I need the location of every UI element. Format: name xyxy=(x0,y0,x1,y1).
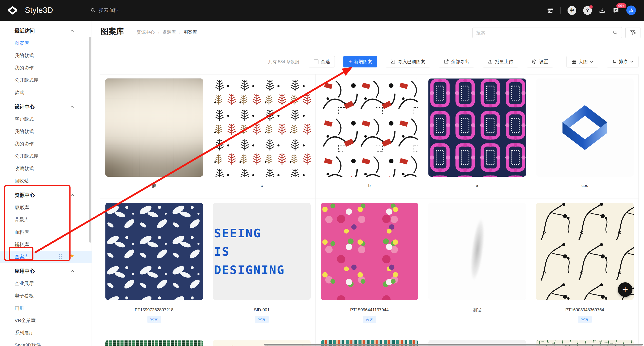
sidebar-item-3-5[interactable]: Style3D软件 xyxy=(0,339,92,346)
horizontal-scrollbar[interactable] xyxy=(264,344,643,345)
chevron-down-icon xyxy=(630,61,633,63)
sid-design-text: DESIGNING xyxy=(214,264,311,276)
sidebar-section-1[interactable]: 设计中心 xyxy=(0,101,92,113)
pattern-grid: 麻 c b a xyxy=(100,74,638,346)
sidebar-item-label: 廓形库 xyxy=(15,204,29,211)
settings-button[interactable]: 设置 xyxy=(527,56,553,67)
import-purchased-button[interactable]: 导入已购图案 xyxy=(386,56,430,67)
sidebar-item-1-5[interactable]: 回收站 xyxy=(0,175,92,187)
pattern-card[interactable]: c xyxy=(208,74,316,199)
pattern-card[interactable]: SEEINGISDESIGNINGSID-001官方 xyxy=(208,199,316,336)
language-icon[interactable]: 中 xyxy=(568,6,576,15)
pattern-card[interactable]: 麻 xyxy=(100,74,208,199)
pattern-thumbnail-linen-texture[interactable] xyxy=(105,79,203,177)
sidebar-item-2-0[interactable]: 廓形库 xyxy=(0,201,92,214)
sidebar-item-label: 图案库 xyxy=(15,254,29,260)
pattern-thumbnail-multicolor-floral-pattern[interactable] xyxy=(321,203,418,300)
upload-icon xyxy=(488,59,493,64)
breadcrumb: 资源中心›资源库›图案库 xyxy=(137,29,197,35)
download-icon[interactable] xyxy=(599,7,606,14)
navbar-fabric-search[interactable]: 搜索面料 xyxy=(90,7,118,14)
pattern-card[interactable] xyxy=(100,336,208,346)
messages-icon[interactable]: 99+ xyxy=(612,7,620,14)
pattern-card[interactable]: a xyxy=(423,74,531,199)
sidebar-item-label: 我的款式 xyxy=(15,52,34,59)
breadcrumb-item[interactable]: 资源库 xyxy=(162,29,176,35)
app-logo[interactable]: Style3D xyxy=(8,5,53,15)
pattern-thumbnail-style3d-logo[interactable] xyxy=(536,79,634,177)
search-input[interactable]: 搜索 xyxy=(472,27,622,38)
sidebar-section-0[interactable]: 最近访问 xyxy=(0,25,92,37)
export-all-button[interactable]: 全部导出 xyxy=(439,56,474,67)
sort-dropdown[interactable]: 排序 xyxy=(607,56,638,67)
pattern-thumbnail-green-ikat-pattern[interactable] xyxy=(105,340,203,346)
sidebar-item-label: 辅料库 xyxy=(15,241,29,248)
floating-add-button[interactable]: + xyxy=(618,282,632,297)
pattern-card[interactable]: ces xyxy=(531,74,639,199)
sidebar-scrollbar[interactable] xyxy=(89,37,91,243)
pattern-thumbnail-faint-brush-stroke[interactable] xyxy=(428,203,526,300)
sidebar-item-1-4[interactable]: 收藏款式 xyxy=(0,162,92,175)
pattern-card[interactable]: PT16003948369764官方 xyxy=(531,199,639,336)
navbar-search-placeholder: 搜索面料 xyxy=(99,7,118,14)
pattern-card[interactable]: PT15997262807218官方 xyxy=(100,199,208,336)
pattern-thumbnail-tree-doodle-pattern[interactable] xyxy=(213,79,311,177)
sidebar-item-3-1[interactable]: 电子看板 xyxy=(0,290,92,302)
sidebar-item-1-2[interactable]: 我的协作 xyxy=(0,138,92,150)
pattern-thumbnail-navy-floral-pattern[interactable] xyxy=(105,203,203,300)
pattern-card[interactable]: PT15996441197944官方 xyxy=(316,199,423,336)
sidebar-item-0-1[interactable]: 我的款式 xyxy=(0,49,92,62)
sidebar-section-title: 最近访问 xyxy=(15,27,35,34)
sidebar-item-label: Style3D软件 xyxy=(15,342,41,346)
select-all-checkbox[interactable] xyxy=(314,59,318,64)
sidebar-item-3-4[interactable]: 系列展厅 xyxy=(0,327,92,339)
sidebar-item-1-0[interactable]: 客户款式 xyxy=(0,113,92,125)
filter-button[interactable] xyxy=(625,27,640,38)
add-pattern-button[interactable]: + 新增图案 xyxy=(343,56,377,67)
message-count-badge: 99+ xyxy=(616,3,626,8)
drag-handle-icon[interactable] xyxy=(59,254,62,259)
sidebar-item-2-4[interactable]: 图案库★ xyxy=(0,251,92,263)
pattern-card[interactable]: 测试 xyxy=(423,199,531,336)
chevron-up-icon xyxy=(70,270,74,272)
sidebar-item-label: 面料库 xyxy=(15,229,29,236)
logo-text: Style3D xyxy=(25,6,53,15)
sidebar-item-2-1[interactable]: 背景库 xyxy=(0,214,92,226)
pattern-thumbnail-seeing-text-design[interactable]: SEEINGISDESIGNING xyxy=(213,203,311,300)
sidebar-item-3-2[interactable]: 画册 xyxy=(0,302,92,314)
help-icon[interactable]: ? xyxy=(583,6,592,15)
sidebar-item-label: 客户款式 xyxy=(15,116,34,123)
sidebar-item-0-0[interactable]: 图案库 xyxy=(0,37,92,49)
sidebar-item-1-1[interactable]: 我的款式 xyxy=(0,125,92,138)
sidebar-item-label: 公开款式库 xyxy=(15,153,38,160)
store-icon[interactable] xyxy=(547,7,554,14)
breadcrumb-item[interactable]: 资源中心 xyxy=(137,29,155,35)
record-count: 共有 584 条数据 xyxy=(268,59,299,65)
sidebar-item-0-3[interactable]: 公开款式库 xyxy=(0,74,92,86)
sidebar-item-2-2[interactable]: 面料库 xyxy=(0,226,92,238)
sidebar-item-label: 系列展厅 xyxy=(15,330,34,336)
sidebar: 最近访问图案库我的款式我的协作公开款式库款式设计中心客户款式我的款式我的协作公开… xyxy=(0,21,92,346)
sidebar-item-2-3[interactable]: 辅料库 xyxy=(0,238,92,251)
sidebar-item-0-4[interactable]: 款式 xyxy=(0,86,92,99)
sidebar-item-label: 电子看板 xyxy=(15,293,34,299)
sidebar-section-3[interactable]: 应用中心 xyxy=(0,265,92,277)
sidebar-item-3-3[interactable]: VR全景室 xyxy=(0,314,92,327)
favorite-star-icon[interactable]: ★ xyxy=(69,253,74,259)
pattern-thumbnail-pink-chain-pattern[interactable] xyxy=(428,79,526,177)
sidebar-item-1-3[interactable]: 公开款式库 xyxy=(0,150,92,162)
select-all-button[interactable]: 全选 xyxy=(309,56,335,67)
batch-upload-button[interactable]: 批量上传 xyxy=(483,56,518,67)
official-badge: 官方 xyxy=(363,316,376,323)
sidebar-item-0-2[interactable]: 我的协作 xyxy=(0,62,92,74)
view-mode-dropdown[interactable]: 大图 xyxy=(567,56,598,67)
sidebar-section-2[interactable]: 资源中心 xyxy=(0,189,92,201)
pattern-thumbnail-abstract-ink-red-pattern[interactable] xyxy=(321,79,418,177)
pattern-card[interactable]: b xyxy=(316,74,423,199)
sidebar-item-3-0[interactable]: 企业展厅 xyxy=(0,277,92,290)
user-avatar[interactable]: 杰 xyxy=(626,6,636,15)
sort-icon xyxy=(612,59,617,64)
page-title: 图案库 xyxy=(101,26,124,37)
search-icon xyxy=(90,8,96,13)
search-placeholder: 搜索 xyxy=(476,30,613,36)
